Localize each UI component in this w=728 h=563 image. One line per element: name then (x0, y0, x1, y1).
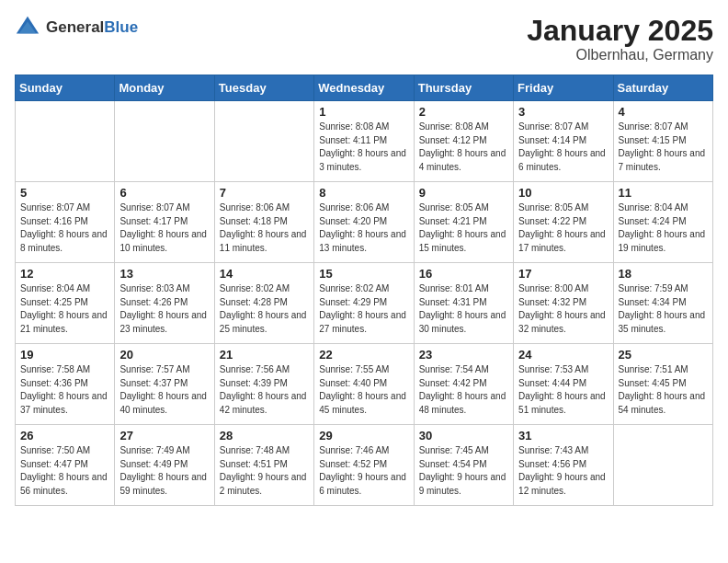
day-number: 11 (619, 186, 708, 200)
day-cell: 14Sunrise: 8:02 AMSunset: 4:28 PMDayligh… (214, 263, 313, 344)
day-number: 5 (20, 186, 109, 200)
day-cell: 11Sunrise: 8:04 AMSunset: 4:24 PMDayligh… (613, 182, 712, 263)
day-cell: 25Sunrise: 7:51 AMSunset: 4:45 PMDayligh… (613, 344, 712, 425)
day-cell: 15Sunrise: 8:02 AMSunset: 4:29 PMDayligh… (314, 263, 414, 344)
day-cell: 4Sunrise: 8:07 AMSunset: 4:15 PMDaylight… (613, 101, 712, 182)
day-info: Sunrise: 8:02 AMSunset: 4:29 PMDaylight:… (319, 282, 408, 336)
title-area: January 2025 Olbernhau, Germany (527, 15, 713, 63)
day-number: 1 (319, 105, 408, 119)
day-number: 21 (220, 348, 309, 362)
day-info: Sunrise: 7:45 AMSunset: 4:54 PMDaylight:… (419, 444, 508, 498)
day-number: 14 (220, 267, 309, 281)
week-row-4: 19Sunrise: 7:58 AMSunset: 4:36 PMDayligh… (16, 344, 713, 425)
day-number: 6 (119, 186, 209, 200)
day-info: Sunrise: 7:57 AMSunset: 4:37 PMDaylight:… (119, 363, 209, 417)
day-number: 13 (119, 267, 209, 281)
day-cell (16, 101, 115, 182)
day-number: 2 (419, 105, 508, 119)
day-cell: 26Sunrise: 7:50 AMSunset: 4:47 PMDayligh… (16, 425, 115, 506)
calendar-table: SundayMondayTuesdayWednesdayThursdayFrid… (15, 75, 713, 506)
day-info: Sunrise: 7:49 AMSunset: 4:49 PMDaylight:… (119, 444, 209, 498)
day-number: 25 (619, 348, 708, 362)
day-number: 30 (419, 429, 508, 442)
day-info: Sunrise: 8:05 AMSunset: 4:21 PMDaylight:… (419, 201, 508, 255)
weekday-header-wednesday: Wednesday (314, 75, 414, 101)
day-cell (214, 101, 313, 182)
day-number: 9 (419, 186, 508, 200)
day-info: Sunrise: 8:03 AMSunset: 4:26 PMDaylight:… (119, 282, 209, 336)
day-info: Sunrise: 8:07 AMSunset: 4:15 PMDaylight:… (619, 121, 708, 174)
day-number: 15 (319, 267, 408, 281)
day-cell: 21Sunrise: 7:56 AMSunset: 4:39 PMDayligh… (214, 344, 313, 425)
day-cell: 8Sunrise: 8:06 AMSunset: 4:20 PMDaylight… (314, 182, 414, 263)
day-cell (613, 425, 712, 506)
day-info: Sunrise: 8:01 AMSunset: 4:31 PMDaylight:… (419, 282, 508, 336)
weekday-header-tuesday: Tuesday (214, 75, 313, 101)
day-info: Sunrise: 7:54 AMSunset: 4:42 PMDaylight:… (419, 363, 508, 417)
weekday-header-sunday: Sunday (16, 75, 115, 101)
day-info: Sunrise: 8:08 AMSunset: 4:12 PMDaylight:… (419, 121, 508, 174)
day-info: Sunrise: 8:06 AMSunset: 4:20 PMDaylight:… (319, 201, 408, 255)
day-cell: 3Sunrise: 8:07 AMSunset: 4:14 PMDaylight… (514, 101, 613, 182)
day-info: Sunrise: 8:07 AMSunset: 4:14 PMDaylight:… (518, 121, 608, 174)
day-number: 3 (518, 105, 608, 119)
day-cell: 20Sunrise: 7:57 AMSunset: 4:37 PMDayligh… (115, 344, 214, 425)
logo-general: GeneralBlue (46, 18, 138, 37)
weekday-header-row: SundayMondayTuesdayWednesdayThursdayFrid… (16, 75, 713, 101)
day-cell: 10Sunrise: 8:05 AMSunset: 4:22 PMDayligh… (514, 182, 613, 263)
day-info: Sunrise: 8:05 AMSunset: 4:22 PMDaylight:… (518, 201, 608, 255)
day-info: Sunrise: 7:56 AMSunset: 4:39 PMDaylight:… (220, 363, 309, 417)
week-row-2: 5Sunrise: 8:07 AMSunset: 4:16 PMDaylight… (16, 182, 713, 263)
day-cell: 12Sunrise: 8:04 AMSunset: 4:25 PMDayligh… (16, 263, 115, 344)
day-info: Sunrise: 8:07 AMSunset: 4:17 PMDaylight:… (119, 201, 209, 255)
weekday-header-saturday: Saturday (613, 75, 712, 101)
day-cell: 23Sunrise: 7:54 AMSunset: 4:42 PMDayligh… (414, 344, 513, 425)
day-number: 22 (319, 348, 408, 362)
day-cell: 28Sunrise: 7:48 AMSunset: 4:51 PMDayligh… (214, 425, 313, 506)
month-title: January 2025 (527, 15, 713, 47)
week-row-3: 12Sunrise: 8:04 AMSunset: 4:25 PMDayligh… (16, 263, 713, 344)
weekday-header-friday: Friday (514, 75, 613, 101)
day-info: Sunrise: 7:43 AMSunset: 4:56 PMDaylight:… (518, 444, 608, 498)
week-row-1: 1Sunrise: 8:08 AMSunset: 4:11 PMDaylight… (16, 101, 713, 182)
day-number: 4 (619, 105, 708, 119)
day-cell: 31Sunrise: 7:43 AMSunset: 4:56 PMDayligh… (514, 425, 613, 506)
day-info: Sunrise: 8:06 AMSunset: 4:18 PMDaylight:… (220, 201, 309, 255)
day-cell: 17Sunrise: 8:00 AMSunset: 4:32 PMDayligh… (514, 263, 613, 344)
day-cell (115, 101, 214, 182)
day-number: 29 (319, 429, 408, 442)
day-info: Sunrise: 7:55 AMSunset: 4:40 PMDaylight:… (319, 363, 408, 417)
day-number: 20 (119, 348, 209, 362)
day-number: 17 (518, 267, 608, 281)
day-cell: 22Sunrise: 7:55 AMSunset: 4:40 PMDayligh… (314, 344, 414, 425)
day-info: Sunrise: 7:58 AMSunset: 4:36 PMDaylight:… (20, 363, 109, 417)
weekday-header-thursday: Thursday (414, 75, 513, 101)
day-cell: 19Sunrise: 7:58 AMSunset: 4:36 PMDayligh… (16, 344, 115, 425)
day-cell: 9Sunrise: 8:05 AMSunset: 4:21 PMDaylight… (414, 182, 513, 263)
day-number: 26 (20, 429, 109, 442)
day-number: 12 (20, 267, 109, 281)
day-info: Sunrise: 8:08 AMSunset: 4:11 PMDaylight:… (319, 121, 408, 174)
day-info: Sunrise: 8:07 AMSunset: 4:16 PMDaylight:… (20, 201, 109, 255)
day-number: 27 (119, 429, 209, 442)
day-number: 18 (619, 267, 708, 281)
day-info: Sunrise: 7:51 AMSunset: 4:45 PMDaylight:… (619, 363, 708, 417)
page-header: GeneralBlue January 2025 Olbernhau, Germ… (15, 15, 713, 63)
day-info: Sunrise: 7:50 AMSunset: 4:47 PMDaylight:… (20, 444, 109, 498)
day-cell: 1Sunrise: 8:08 AMSunset: 4:11 PMDaylight… (314, 101, 414, 182)
day-cell: 18Sunrise: 7:59 AMSunset: 4:34 PMDayligh… (613, 263, 712, 344)
day-cell: 2Sunrise: 8:08 AMSunset: 4:12 PMDaylight… (414, 101, 513, 182)
day-cell: 5Sunrise: 8:07 AMSunset: 4:16 PMDaylight… (16, 182, 115, 263)
day-info: Sunrise: 8:02 AMSunset: 4:28 PMDaylight:… (220, 282, 309, 336)
day-number: 24 (518, 348, 608, 362)
week-row-5: 26Sunrise: 7:50 AMSunset: 4:47 PMDayligh… (16, 425, 713, 506)
day-number: 28 (220, 429, 309, 442)
day-cell: 6Sunrise: 8:07 AMSunset: 4:17 PMDaylight… (115, 182, 214, 263)
day-info: Sunrise: 7:48 AMSunset: 4:51 PMDaylight:… (220, 444, 309, 498)
day-cell: 24Sunrise: 7:53 AMSunset: 4:44 PMDayligh… (514, 344, 613, 425)
day-info: Sunrise: 8:00 AMSunset: 4:32 PMDaylight:… (518, 282, 608, 336)
day-info: Sunrise: 7:53 AMSunset: 4:44 PMDaylight:… (518, 363, 608, 417)
day-info: Sunrise: 7:59 AMSunset: 4:34 PMDaylight:… (619, 282, 708, 336)
day-number: 31 (518, 429, 608, 442)
day-number: 23 (419, 348, 508, 362)
